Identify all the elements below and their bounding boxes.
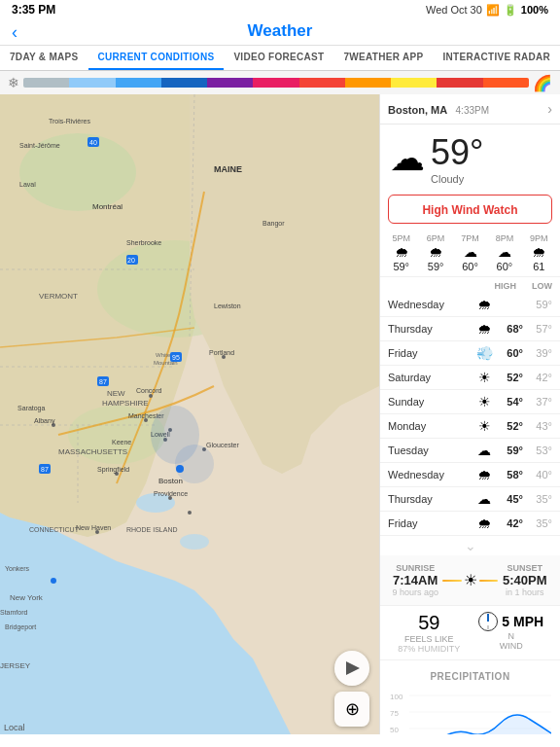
sunset-in: in 1 hours [498, 587, 552, 597]
precip-chart: 100 75 50 25 [380, 686, 560, 734]
svg-text:Montréal: Montréal [92, 202, 122, 211]
location-header[interactable]: Boston, MA 4:33PM › [380, 94, 560, 124]
current-weather: ☁ 59° Cloudy [380, 124, 560, 193]
svg-text:CONNECTICUT: CONNECTICUT [29, 526, 80, 533]
alert-banner[interactable]: High Wind Watch [388, 195, 552, 224]
daily-row: Saturday ☀ 52° 42° [380, 366, 560, 390]
svg-text:New York: New York [10, 593, 44, 602]
right-panel: Boston, MA 4:33PM › ☁ 59° Cloudy High Wi… [379, 94, 560, 734]
map-svg: Montréal Sherbrooke Laval Saint-Jérôme T… [0, 94, 379, 734]
play-icon [346, 661, 360, 675]
svg-text:40: 40 [89, 139, 97, 146]
map-container[interactable]: Montréal Sherbrooke Laval Saint-Jérôme T… [0, 94, 379, 734]
status-icons: Wed Oct 30 📶 🔋 100% [426, 4, 548, 17]
precip-svg: 100 75 50 25 [388, 690, 551, 734]
wind-needle [487, 614, 489, 622]
map-local-label: Local [4, 723, 25, 732]
wind-speed: 5 MPH [502, 614, 543, 629]
sunrise-item: SUNRISE 7:14AM 9 hours ago [388, 563, 442, 597]
header-title: Weather [248, 21, 313, 40]
legend-bar: ❄ 🌈 [0, 71, 560, 94]
svg-point-71 [175, 445, 214, 483]
svg-text:Saint-Jérôme: Saint-Jérôme [19, 142, 60, 149]
back-button[interactable]: ‹ [12, 22, 18, 43]
daily-forecast: Wednesday 🌧 59° Thursday 🌧 68° 57° Frida… [380, 293, 560, 536]
daily-row: Sunday ☀ 54° 37° [380, 390, 560, 414]
feels-like-label: FEELS LIKE [388, 634, 471, 644]
hourly-row: 5PM 🌧 59° 6PM 🌧 59° 7PM ☁ 60° 8PM ☁ 60° … [380, 230, 560, 277]
wind-compass [478, 612, 498, 631]
svg-text:VERMONT: VERMONT [39, 292, 78, 301]
svg-text:Gloucester: Gloucester [206, 442, 240, 448]
svg-text:Bridgeport: Bridgeport [5, 623, 36, 631]
tab-app[interactable]: 7WEATHER APP [334, 46, 434, 70]
daily-row: Friday 🌧 42° 35° [380, 512, 560, 536]
layers-button[interactable]: ⊕ [334, 692, 369, 727]
tab-radar[interactable]: INTERACTIVE RADAR [433, 46, 560, 70]
svg-text:White: White [156, 352, 171, 358]
svg-text:Saratoga: Saratoga [18, 405, 46, 412]
battery-icon: 🔋 [504, 4, 517, 17]
svg-text:100: 100 [390, 693, 403, 701]
svg-text:Mountain: Mountain [154, 360, 178, 366]
sun-arc-line2 [479, 580, 498, 582]
svg-point-32 [149, 394, 153, 398]
app-header: ‹ Weather [0, 19, 560, 46]
nav-tabs: 7DAY & MAPS CURRENT CONDITIONS VIDEO FOR… [0, 46, 560, 71]
alert-text: High Wind Watch [422, 203, 517, 217]
svg-text:MASSACHUSETTS: MASSACHUSETTS [58, 447, 127, 456]
high-label: HIGH [495, 281, 517, 291]
current-weather-icon: ☁ [390, 138, 425, 179]
wind-dir-label: N [508, 631, 515, 641]
svg-text:Laval: Laval [19, 181, 36, 188]
svg-text:Trois-Rivières: Trois-Rivières [49, 118, 90, 124]
current-temp: 59° [431, 132, 483, 173]
daily-row: Wednesday 🌧 58° 40° [380, 463, 560, 487]
main-layout: Montréal Sherbrooke Laval Saint-Jérôme T… [0, 94, 560, 734]
svg-text:Concord: Concord [136, 387, 162, 394]
svg-text:Lewiston: Lewiston [214, 302, 241, 309]
svg-text:Boston: Boston [158, 477, 183, 485]
svg-text:Portland: Portland [209, 349, 234, 356]
wifi-icon: 📶 [486, 4, 500, 17]
location-chevron-icon: › [547, 101, 552, 117]
svg-text:Albany: Albany [34, 417, 55, 425]
legend-color-scale [23, 78, 529, 88]
svg-text:NEW: NEW [107, 389, 125, 398]
tab-7day[interactable]: 7DAY & MAPS [0, 46, 88, 70]
conditions-row: 59 FEELS LIKE 87% HUMIDITY 5 MPH N WIND [380, 606, 560, 660]
highlow-header: HIGH LOW [380, 277, 560, 293]
tab-video[interactable]: VIDEO FORECAST [224, 46, 333, 70]
daily-row: Friday 💨 60° 39° [380, 341, 560, 366]
svg-text:75: 75 [390, 709, 399, 718]
tab-current[interactable]: CURRENT CONDITIONS [88, 46, 225, 70]
play-button[interactable] [334, 651, 369, 686]
svg-text:87: 87 [41, 466, 49, 473]
battery-label: 100% [521, 4, 548, 16]
svg-text:JERSEY: JERSEY [0, 661, 31, 670]
precip-label: PRECIPITATION [430, 671, 509, 682]
hourly-item: 8PM ☁ 60° [487, 233, 521, 272]
legend-snowflake-icon: ❄ [8, 75, 19, 90]
daily-row: Thursday ☁ 45° 35° [380, 487, 560, 512]
sunrise-time: 7:14AM [388, 573, 442, 587]
low-label: LOW [532, 281, 552, 291]
hourly-item: 7PM ☁ 60° [453, 233, 487, 272]
svg-text:Sherbrooke: Sherbrooke [126, 239, 161, 246]
svg-point-53 [188, 511, 192, 515]
svg-text:RHODE ISLAND: RHODE ISLAND [126, 526, 178, 533]
svg-text:Keene: Keene [112, 439, 131, 445]
status-bar: 3:35 PM Wed Oct 30 📶 🔋 100% [0, 0, 560, 19]
svg-text:Springfield: Springfield [97, 466, 129, 474]
wind-item: 5 MPH N WIND [471, 612, 553, 654]
sunrise-ago: 9 hours ago [388, 587, 442, 597]
scroll-indicator: ⌄ [380, 536, 560, 555]
feels-like-item: 59 FEELS LIKE 87% HUMIDITY [388, 612, 471, 654]
date-label: Wed Oct 30 [426, 4, 482, 16]
humidity-label: 87% HUMIDITY [388, 644, 471, 654]
wind-label: WIND [500, 641, 523, 651]
location-time: 4:33PM [456, 105, 489, 116]
status-time: 3:35 PM [12, 3, 55, 17]
svg-text:Bangor: Bangor [262, 220, 285, 228]
feels-like-value: 59 [388, 612, 471, 634]
